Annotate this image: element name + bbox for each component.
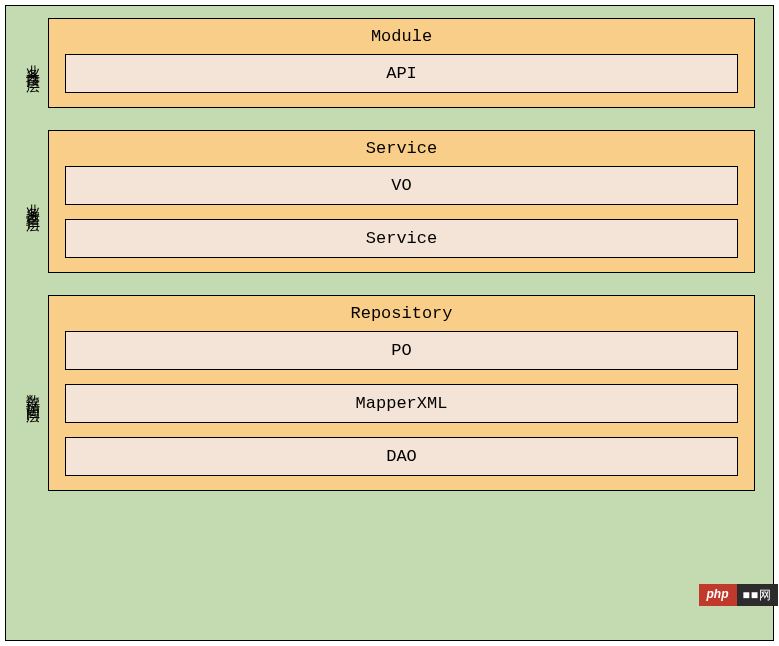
module-box: Module API [48, 18, 755, 108]
api-box: API [65, 54, 738, 93]
architecture-diagram: 业务接口层 Module API 业务逻辑层 Service VO Servic… [5, 5, 774, 641]
layer-data-access: 数据访问层 Repository PO MapperXML DAO [22, 295, 755, 491]
dao-box: DAO [65, 437, 738, 476]
repository-box: Repository PO MapperXML DAO [48, 295, 755, 491]
watermark-badge: php ■■网 [699, 584, 779, 606]
layer-business-interface: 业务接口层 Module API [22, 18, 755, 108]
layer-label-business-interface: 业务接口层 [22, 18, 42, 108]
service-title: Service [65, 139, 738, 158]
repository-title: Repository [65, 304, 738, 323]
layer-business-logic: 业务逻辑层 Service VO Service [22, 130, 755, 273]
mapperxml-box: MapperXML [65, 384, 738, 423]
vo-box: VO [65, 166, 738, 205]
module-title: Module [65, 27, 738, 46]
layer-label-business-logic: 业务逻辑层 [22, 130, 42, 273]
watermark-cn: ■■网 [737, 584, 779, 606]
watermark-php: php [699, 584, 737, 606]
service-box: Service VO Service [48, 130, 755, 273]
po-box: PO [65, 331, 738, 370]
layer-label-data-access: 数据访问层 [22, 295, 42, 491]
service-inner-box: Service [65, 219, 738, 258]
